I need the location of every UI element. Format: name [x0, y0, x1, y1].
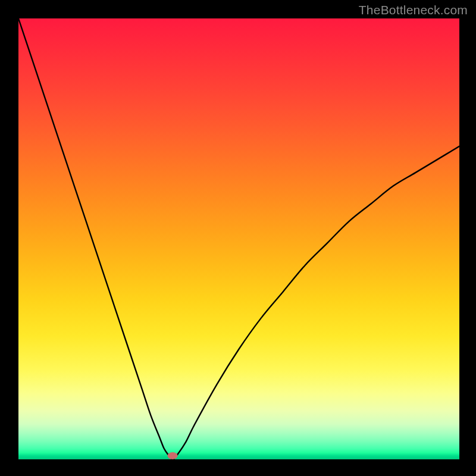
bottleneck-curve: [18, 18, 459, 459]
watermark-text: TheBottleneck.com: [359, 3, 468, 17]
minimum-marker: [168, 452, 178, 459]
plot-area: [18, 18, 459, 459]
curve-svg: [18, 18, 459, 459]
chart-container: TheBottleneck.com: [0, 0, 476, 476]
